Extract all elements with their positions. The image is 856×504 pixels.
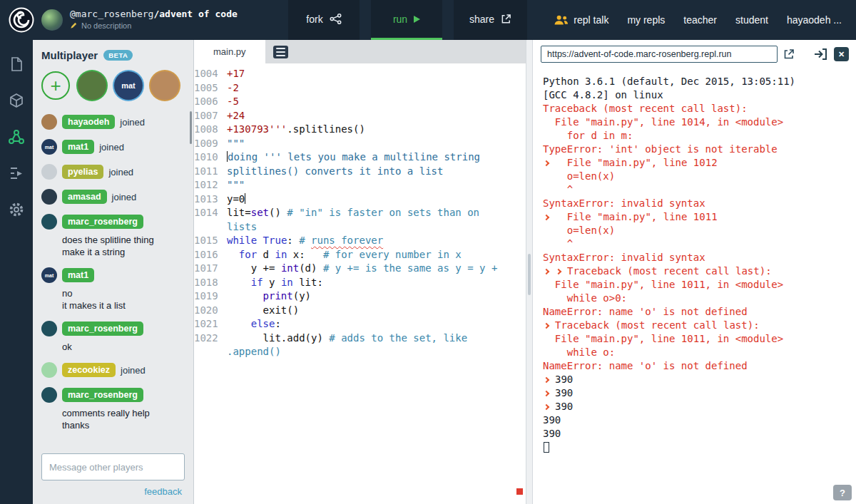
sidebar-scrollbar[interactable] (190, 111, 192, 144)
code-line[interactable]: 1006-5 (194, 95, 526, 109)
open-session-icon[interactable] (812, 47, 828, 61)
code-line[interactable]: 1017 y += int(d) # y += is the same as y… (194, 262, 526, 276)
repl-owner-avatar[interactable] (41, 9, 63, 31)
account-label: hayaodeh ... (787, 14, 842, 26)
participant-avatars: + mat (33, 66, 193, 110)
code-line[interactable]: 1005-2 (194, 81, 526, 96)
feedback-link[interactable]: feedback (33, 485, 193, 504)
code-text[interactable]: +17 (227, 67, 506, 81)
code-text[interactable]: """ (227, 137, 506, 151)
clear-console-icon[interactable]: ✕ (834, 47, 849, 61)
console-line: Traceback (most recent call last): (543, 102, 856, 115)
multiplayer-icon[interactable] (8, 128, 25, 145)
code-text[interactable]: +24 (227, 109, 506, 123)
run-button[interactable]: run (371, 0, 442, 40)
console-text: while o: (543, 346, 615, 359)
console-text: File "main.py", line 1011 (555, 210, 718, 224)
code-text[interactable]: for d in x: # for every number in x (227, 248, 506, 262)
code-line[interactable]: 1012""" (194, 178, 526, 192)
account-menu[interactable]: hayaodeh ... (787, 14, 842, 26)
joined-text: joined (99, 142, 124, 153)
nav-actions: fork run share (288, 0, 527, 40)
run-label: run (393, 14, 407, 25)
code-text[interactable]: lit.add(y) # adds to the set, like .appe… (227, 331, 506, 359)
share-button[interactable]: share (454, 0, 527, 40)
repl-title-block: @marc_rosenberg/advent of code No descri… (70, 9, 238, 32)
code-text[interactable]: y += int(d) # y += is the same as y = y … (227, 262, 506, 276)
files-icon[interactable] (8, 56, 25, 73)
chat-join-event: hayaodehjoined (41, 114, 185, 130)
code-line[interactable]: 1013y=0 (194, 192, 526, 207)
replit-logo-icon[interactable] (9, 7, 34, 33)
settings-gear-icon[interactable] (8, 201, 25, 218)
console-line: for d in m: (543, 129, 856, 143)
code-text[interactable]: else: (227, 317, 506, 331)
line-number: 1018 (194, 276, 227, 290)
run-config-icon[interactable] (8, 165, 25, 182)
invite-player-button[interactable]: + (41, 71, 70, 100)
code-text[interactable]: splitlines() converts it into a list (227, 165, 506, 179)
console-line: File "main.py", line 1011, in <module> (543, 332, 856, 346)
participant-avatar[interactable] (78, 71, 106, 100)
code-line[interactable]: 1010doing ''' lets you make a multiline … (194, 150, 526, 165)
console-line: SyntaxError: invalid syntax (543, 251, 856, 264)
code-line[interactable]: 1018 if y in lit: (194, 276, 526, 290)
edit-description-icon[interactable] (70, 21, 78, 32)
code-text[interactable]: -2 (227, 81, 506, 96)
code-text[interactable]: if y in lit: (227, 276, 506, 290)
line-number: 1004 (194, 67, 227, 81)
joined-text: joined (112, 192, 137, 202)
code-line[interactable]: 1011splitlines() converts it into a list (194, 165, 526, 179)
resizer-handle[interactable] (528, 254, 531, 295)
code-text[interactable]: exit() (227, 304, 506, 318)
code-text[interactable]: while True: # runs forever (227, 234, 506, 248)
code-line[interactable]: 1016 for d in x: # for every number in x (194, 248, 526, 262)
chat-message: matmat1noit makes it a list (41, 267, 185, 312)
code-text[interactable]: lit=set() # "in" is faster on sets than … (227, 206, 506, 234)
console-toggle-icon[interactable] (273, 46, 288, 58)
pane-resizer[interactable] (526, 40, 533, 504)
line-number: 1005 (194, 81, 227, 96)
repl-talk-link[interactable]: repl talk (554, 14, 608, 26)
code-text[interactable]: -5 (227, 95, 506, 109)
console-output[interactable]: Python 3.6.1 (default, Dec 2015, 13:05:1… (533, 68, 856, 454)
console-line: File "main.py", line 1011 (543, 210, 856, 224)
code-line[interactable]: 1019 print(y) (194, 289, 526, 304)
chat-message-input[interactable] (41, 453, 185, 480)
code-line[interactable]: 1020 exit() (194, 304, 526, 318)
packages-icon[interactable] (8, 92, 25, 109)
code-line[interactable]: 1015while True: # runs forever (194, 234, 526, 248)
line-number: 1020 (194, 304, 227, 318)
code-line[interactable]: 1008+130793'''.splitlines() (194, 123, 526, 137)
code-line[interactable]: 1014lit=set() # "in" is faster on sets t… (194, 206, 526, 234)
username-pill: marc_rosenberg (62, 388, 143, 402)
code-line[interactable]: 1021 else: (194, 317, 526, 331)
code-text[interactable]: doing ''' lets you make a multiline stri… (227, 150, 506, 165)
participant-avatar[interactable]: mat (114, 71, 143, 100)
open-url-external-icon[interactable] (783, 48, 795, 60)
code-line[interactable]: 1007+24 (194, 109, 526, 123)
participant-avatar[interactable] (151, 71, 179, 100)
editor-body[interactable]: 1004+171005-21006-51007+241008+130793'''… (194, 63, 526, 504)
student-link[interactable]: student (735, 14, 768, 26)
console-text: 390 (543, 413, 561, 427)
code-line[interactable]: 1009""" (194, 137, 526, 151)
fork-button[interactable]: fork (288, 0, 360, 40)
prompt-chevron-icon (544, 214, 549, 220)
code-line[interactable]: 1004+17 (194, 67, 526, 81)
top-navbar: @marc_rosenberg/advent of code No descri… (0, 0, 856, 40)
code-line[interactable]: 1022 lit.add(y) # adds to the set, like … (194, 331, 526, 359)
code-text[interactable]: print(y) (227, 289, 506, 304)
left-icon-rail (0, 40, 33, 504)
console-text: File "main.py", line 1014, in <module> (543, 115, 783, 129)
repl-url-input[interactable] (541, 46, 778, 63)
code-text[interactable]: +130793'''.splitlines() (227, 123, 506, 137)
help-button[interactable]: ? (833, 485, 852, 500)
code-text[interactable]: y=0 (227, 192, 506, 207)
code-text[interactable]: """ (227, 178, 506, 192)
console-line: SyntaxError: invalid syntax (543, 197, 856, 210)
teacher-link[interactable]: teacher (683, 14, 717, 26)
my-repls-link[interactable]: my repls (627, 14, 665, 26)
tab-main-py[interactable]: main.py (194, 40, 265, 63)
console-line: [GCC 4.8.2] on linux (543, 88, 856, 102)
